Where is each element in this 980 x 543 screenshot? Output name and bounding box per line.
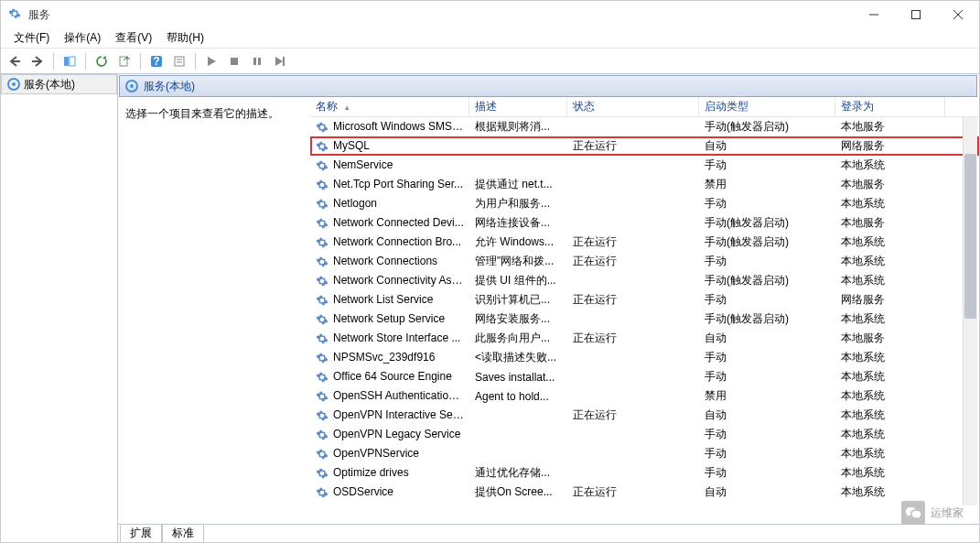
service-row[interactable]: MySQL正在运行自动网络服务: [310, 136, 979, 156]
service-name: OpenSSH Authentication ...: [333, 389, 467, 402]
service-row[interactable]: Network Connections管理"网络和拨...正在运行手动本地系统: [310, 252, 979, 271]
service-row[interactable]: Microsoft Windows SMS ...根据规则将消...手动(触发器…: [310, 117, 979, 136]
show-hide-tree-button[interactable]: [59, 51, 80, 71]
service-row[interactable]: OpenVPN Interactive Ser...正在运行自动本地系统: [310, 406, 979, 425]
menu-action[interactable]: 操作(A): [57, 28, 108, 48]
export-list-button[interactable]: [114, 51, 135, 71]
service-rows: Microsoft Windows SMS ...根据规则将消...手动(触发器…: [310, 117, 979, 511]
menu-file[interactable]: 文件(F): [6, 28, 57, 48]
service-row[interactable]: OpenSSH Authentication ...Agent to hold.…: [310, 386, 979, 406]
service-name: Microsoft Windows SMS ...: [333, 120, 464, 133]
properties-button[interactable]: [169, 51, 189, 71]
service-name: Network Store Interface ...: [333, 331, 460, 344]
column-name[interactable]: 名称▴: [310, 97, 469, 116]
scrollbar-thumb[interactable]: [964, 154, 976, 319]
close-button[interactable]: [937, 1, 979, 28]
service-name: Network Connections: [333, 255, 437, 267]
service-log-on-as: 本地系统: [835, 484, 945, 500]
gear-icon: [7, 78, 20, 91]
back-button[interactable]: [5, 51, 25, 71]
service-startup-type: 手动: [699, 369, 835, 385]
service-startup-type: 禁用: [699, 388, 835, 404]
service-description: 为用户和服务...: [469, 196, 567, 212]
service-row[interactable]: NemService手动本地系统: [310, 156, 979, 175]
start-service-button[interactable]: [201, 51, 221, 71]
service-log-on-as: 本地服务: [835, 119, 945, 135]
svg-rect-11: [175, 57, 184, 66]
tree-item-services-local[interactable]: 服务(本地): [1, 74, 117, 94]
pause-service-button[interactable]: [247, 51, 267, 71]
service-description: 提供通过 net.t...: [469, 177, 567, 192]
service-row[interactable]: Netlogon为用户和服务...手动本地系统: [310, 194, 979, 213]
gear-icon: [316, 371, 330, 384]
tab-standard[interactable]: 标准: [162, 525, 204, 542]
gear-icon: [316, 198, 330, 211]
service-row[interactable]: Office 64 Source EngineSaves installat..…: [310, 367, 979, 386]
service-description: 网络安装服务...: [469, 311, 567, 327]
service-description: 网络连接设备...: [469, 215, 567, 231]
service-row[interactable]: Network Setup Service网络安装服务...手动(触发器启动)本…: [310, 310, 979, 329]
svg-rect-17: [283, 57, 285, 66]
service-description: <读取描述失败...: [469, 350, 567, 365]
service-startup-type: 自动: [699, 138, 835, 154]
column-log-on-as[interactable]: 登录为: [835, 97, 945, 116]
titlebar: 服务: [1, 1, 979, 28]
svg-rect-16: [258, 58, 261, 65]
column-status[interactable]: 状态: [567, 97, 699, 116]
service-name: Network Connectivity Ass...: [333, 274, 466, 287]
service-row[interactable]: Network Connection Bro...允许 Windows...正在…: [310, 233, 979, 252]
menu-help[interactable]: 帮助(H): [159, 28, 211, 48]
service-row[interactable]: OpenVPN Legacy Service手动本地系统: [310, 425, 979, 444]
service-startup-type: 手动(触发器启动): [699, 273, 835, 288]
forward-button[interactable]: [27, 51, 48, 71]
gear-icon: [316, 140, 330, 153]
menu-view[interactable]: 查看(V): [108, 28, 159, 48]
service-description: 允许 Windows...: [469, 234, 567, 250]
gear-icon: [316, 159, 330, 172]
maximize-button[interactable]: [895, 1, 937, 28]
gear-icon: [316, 409, 330, 422]
service-log-on-as: 网络服务: [835, 138, 945, 154]
minimize-button[interactable]: [853, 1, 895, 28]
service-startup-type: 手动: [699, 292, 835, 308]
service-startup-type: 手动: [699, 350, 835, 365]
service-name: Network Connected Devi...: [333, 216, 464, 229]
service-row[interactable]: Network Connectivity Ass...提供 UI 组件的...手…: [310, 271, 979, 290]
svg-rect-15: [253, 58, 256, 65]
service-row[interactable]: Optimize drives通过优化存储...手动本地系统: [310, 463, 979, 483]
restart-service-button[interactable]: [270, 51, 290, 71]
service-log-on-as: 本地系统: [835, 465, 945, 481]
services-window: 服务 文件(F) 操作(A) 查看(V) 帮助(H) ? 服务(本地): [0, 0, 980, 543]
gear-icon: [316, 294, 330, 307]
column-startup-type[interactable]: 启动类型: [699, 97, 835, 116]
service-name: Office 64 Source Engine: [333, 370, 452, 383]
service-name: OSDService: [333, 485, 393, 498]
service-row[interactable]: Network Connected Devi...网络连接设备...手动(触发器…: [310, 213, 979, 233]
gear-icon: [316, 255, 330, 268]
service-log-on-as: 本地系统: [835, 407, 945, 423]
toolbar: ?: [1, 49, 979, 74]
column-description[interactable]: 描述: [469, 97, 567, 116]
service-log-on-as: 本地服务: [835, 215, 945, 231]
content-body: 选择一个项目来查看它的描述。 名称▴ 描述 状态 启动类型 登录为 Micros…: [118, 97, 979, 524]
service-name: Net.Tcp Port Sharing Ser...: [333, 178, 463, 190]
service-row[interactable]: OpenVPNService手动本地系统: [310, 444, 979, 463]
gear-icon: [316, 275, 330, 288]
service-row[interactable]: OSDService提供On Scree...正在运行自动本地系统: [310, 483, 979, 502]
service-description: 提供 UI 组件的...: [469, 273, 567, 288]
content-header: 服务(本地): [119, 75, 977, 97]
tab-extended[interactable]: 扩展: [120, 525, 162, 542]
toolbar-separator: [140, 53, 141, 70]
service-log-on-as: 本地系统: [835, 350, 945, 365]
vertical-scrollbar[interactable]: [963, 117, 977, 505]
stop-service-button[interactable]: [224, 51, 244, 71]
service-row[interactable]: NPSMSvc_239df916<读取描述失败...手动本地系统: [310, 348, 979, 367]
service-row[interactable]: Network List Service识别计算机已...正在运行手动网络服务: [310, 290, 979, 310]
service-row[interactable]: Net.Tcp Port Sharing Ser...提供通过 net.t...…: [310, 175, 979, 194]
service-name: Network List Service: [333, 293, 433, 306]
help-button[interactable]: ?: [146, 51, 167, 71]
service-row[interactable]: Network Store Interface ...此服务向用户...正在运行…: [310, 329, 979, 348]
tree-item-label: 服务(本地): [24, 77, 75, 92]
toolbar-separator: [53, 53, 54, 70]
refresh-button[interactable]: [92, 51, 112, 71]
